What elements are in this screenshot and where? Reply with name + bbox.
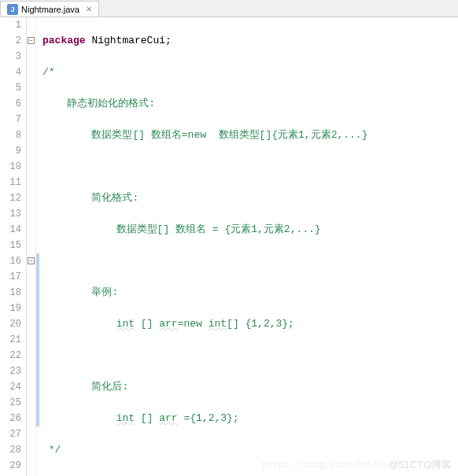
code-text [42, 318, 116, 330]
fold-toggle-icon[interactable]: − [28, 37, 35, 44]
line-number: 27 [0, 426, 21, 442]
line-number: 14 [0, 222, 21, 238]
line-number: 19 [0, 301, 21, 316]
line-number: 15 [0, 238, 21, 253]
code-text: int [116, 318, 135, 330]
line-number: 3 [0, 49, 21, 65]
code-text: =new [178, 318, 209, 330]
java-file-icon: J [7, 4, 18, 15]
line-number: 23 [0, 363, 21, 379]
code-area[interactable]: package NightmareCui; /* 静态初始化的格式: 数据类型[… [39, 17, 458, 476]
tab-bar: J Nightmare.java ✕ [0, 0, 458, 17]
line-number: 21 [0, 332, 21, 348]
comment-line: 举例: [42, 285, 458, 301]
line-number: 29 [0, 458, 21, 474]
watermark-text: @51CTO博客 [388, 457, 452, 473]
line-number: 7 [0, 112, 21, 127]
line-number: 9 [0, 143, 21, 159]
watermark-text: https://blog.csdn.net/Ja [263, 457, 387, 473]
comment-line [42, 159, 458, 175]
code-text: [] [135, 412, 159, 424]
tab-title: Nightmare.java [21, 5, 79, 14]
line-number: 12 [0, 190, 21, 206]
line-number: 1 [0, 17, 21, 33]
line-number: 18 [0, 285, 21, 301]
tab-nightmare-java[interactable]: J Nightmare.java ✕ [0, 1, 99, 17]
code-text: int [209, 318, 227, 330]
line-number: 5 [0, 80, 21, 96]
comment-line: 简化格式: [42, 190, 458, 206]
code-text: [] {1,2,3}; [227, 318, 294, 330]
line-number: 24 [0, 379, 21, 395]
comment-line: /* [42, 65, 458, 80]
close-icon[interactable]: ✕ [86, 5, 92, 13]
code-text: arr [159, 318, 177, 330]
code-text: NightmareCui; [86, 35, 172, 46]
line-number: 2 [0, 33, 21, 49]
code-text: arr [159, 412, 177, 424]
code-text: ={1,2,3}; [178, 412, 239, 424]
line-number: 13 [0, 206, 21, 222]
comment-line: */ [42, 442, 458, 458]
fold-toggle-icon[interactable]: − [28, 257, 35, 264]
line-number: 26 [0, 411, 21, 426]
code-text [42, 412, 116, 424]
fold-strip: − − [27, 17, 36, 476]
line-number: 28 [0, 442, 21, 458]
line-number: 11 [0, 175, 21, 190]
code-text: [] [135, 318, 159, 330]
line-number: 8 [0, 127, 21, 143]
line-number-gutter: 1 2 3 4 5 6 7 8 9 10 11 12 13 14 15 16 1… [0, 17, 27, 476]
code-text: int [116, 412, 135, 424]
comment-line: 简化后: [42, 379, 458, 395]
line-number: 4 [0, 65, 21, 80]
comment-line: 静态初始化的格式: [42, 96, 458, 112]
keyword-package: package [42, 35, 86, 46]
line-number: 6 [0, 96, 21, 112]
line-number: 25 [0, 395, 21, 411]
line-number: 10 [0, 159, 21, 175]
comment-line [42, 348, 458, 363]
comment-line [42, 253, 458, 269]
line-number: 20 [0, 316, 21, 332]
line-number: 22 [0, 348, 21, 363]
editor-area: 1 2 3 4 5 6 7 8 9 10 11 12 13 14 15 16 1… [0, 17, 458, 476]
line-number: 17 [0, 269, 21, 285]
line-number: 16 [0, 253, 21, 269]
comment-line: 数据类型[] 数组名=new 数组类型[]{元素1,元素2,...} [42, 127, 458, 143]
comment-line: 数据类型[] 数组名 = {元素1,元素2,...} [42, 222, 458, 238]
